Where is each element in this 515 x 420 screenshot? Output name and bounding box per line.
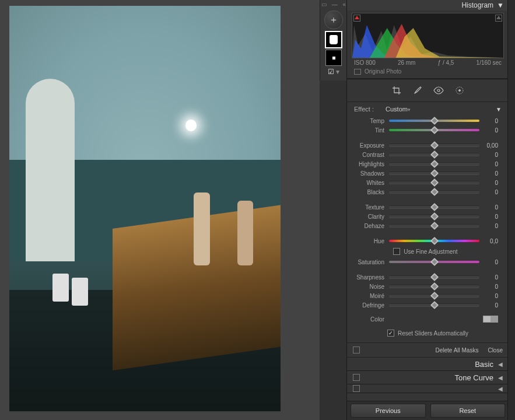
- contrast-value[interactable]: 0: [479, 152, 498, 158]
- noise-track[interactable]: [389, 285, 479, 288]
- texture-slider[interactable]: Texture 0: [347, 202, 504, 212]
- whites-track[interactable]: [389, 181, 479, 184]
- histogram[interactable]: [352, 13, 504, 58]
- hue-track[interactable]: [389, 240, 479, 242]
- contrast-track[interactable]: [389, 153, 479, 156]
- strip-collapse-icon[interactable]: ▭: [321, 1, 327, 8]
- tint-track[interactable]: [389, 129, 479, 131]
- blacks-thumb[interactable]: [430, 188, 438, 196]
- blacks-track[interactable]: [389, 190, 479, 194]
- next-section-header[interactable]: ◀: [347, 384, 509, 393]
- reset-sliders-row[interactable]: ✓ Reset Sliders Automatically: [347, 325, 509, 342]
- dehaze-track[interactable]: [389, 224, 479, 228]
- exposure-track[interactable]: [389, 144, 479, 147]
- shadows-slider[interactable]: Shadows 0: [347, 169, 504, 178]
- original-photo-row[interactable]: Original Photo: [347, 66, 509, 79]
- exposure-slider[interactable]: Exposure 0,00: [347, 141, 504, 150]
- sharpness-thumb[interactable]: [430, 273, 438, 281]
- basic-section-header[interactable]: Basic ◀: [347, 358, 509, 371]
- tint-value[interactable]: 0: [479, 127, 498, 134]
- texture-track[interactable]: [389, 205, 479, 209]
- section-switch-icon[interactable]: [353, 385, 360, 392]
- sharpness-track[interactable]: [389, 275, 479, 279]
- sharpness-slider[interactable]: Sharpness 0: [347, 272, 504, 282]
- eye-icon[interactable]: [433, 85, 444, 96]
- contrast-thumb[interactable]: [430, 150, 438, 159]
- defringe-track[interactable]: [389, 303, 479, 307]
- temp-track[interactable]: [389, 120, 479, 122]
- whites-thumb[interactable]: [430, 178, 438, 187]
- texture-value[interactable]: 0: [479, 204, 498, 211]
- shadows-value[interactable]: 0: [479, 170, 498, 177]
- saturation-thumb[interactable]: [430, 258, 438, 266]
- hue-slider[interactable]: Hue 0,0: [347, 236, 504, 246]
- brush-icon[interactable]: [412, 85, 423, 96]
- tint-slider[interactable]: Tint 0: [347, 125, 504, 135]
- noise-value[interactable]: 0: [479, 284, 498, 290]
- mask-thumb-2[interactable]: [325, 50, 342, 66]
- highlights-thumb[interactable]: [430, 160, 438, 168]
- panel-scrollbar[interactable]: [507, 0, 515, 420]
- reset-sliders-checkbox[interactable]: ✓: [387, 330, 394, 337]
- hue-value[interactable]: 0,0: [479, 238, 498, 244]
- contrast-slider[interactable]: Contrast 0: [347, 150, 504, 159]
- radial-icon[interactable]: [454, 85, 465, 96]
- moire-value[interactable]: 0: [479, 293, 498, 299]
- use-fine-adjustment-row[interactable]: Use Fine Adjustment: [347, 246, 504, 257]
- blacks-slider[interactable]: Blacks 0: [347, 187, 504, 197]
- effect-select[interactable]: Custom: [386, 106, 409, 113]
- crop-icon[interactable]: [391, 85, 402, 96]
- tint-thumb[interactable]: [430, 126, 438, 134]
- defringe-value[interactable]: 0: [479, 302, 498, 309]
- sharpness-value[interactable]: 0: [479, 274, 498, 281]
- panel-collapse-icon[interactable]: ▼: [496, 106, 502, 113]
- photo-preview[interactable]: [9, 6, 281, 411]
- mask-thumb-1[interactable]: [325, 32, 342, 48]
- reset-button[interactable]: Reset: [430, 404, 506, 418]
- close-mask-link[interactable]: Close: [488, 347, 503, 354]
- moire-track[interactable]: [389, 294, 479, 298]
- mask-switch-icon[interactable]: [353, 346, 360, 354]
- highlights-value[interactable]: 0: [479, 161, 498, 167]
- mask-dropdown-icon[interactable]: ▾: [336, 68, 339, 76]
- shadows-track[interactable]: [389, 172, 479, 175]
- saturation-value[interactable]: 0: [479, 259, 498, 265]
- exposure-thumb[interactable]: [430, 141, 438, 149]
- clarity-value[interactable]: 0: [479, 214, 498, 220]
- shadows-thumb[interactable]: [430, 169, 438, 177]
- blacks-value[interactable]: 0: [479, 189, 498, 195]
- highlights-track[interactable]: [389, 162, 479, 166]
- use-fine-adjustment-checkbox[interactable]: [393, 248, 400, 255]
- mask-visibility-checkbox[interactable]: ☑: [328, 68, 334, 76]
- saturation-slider[interactable]: Saturation 0: [347, 257, 504, 267]
- previous-button[interactable]: Previous: [351, 404, 426, 418]
- defringe-thumb[interactable]: [430, 301, 438, 309]
- dehaze-thumb[interactable]: [430, 222, 438, 230]
- delete-all-masks-link[interactable]: Delete All Masks: [436, 347, 479, 354]
- dehaze-value[interactable]: 0: [479, 223, 498, 229]
- saturation-track[interactable]: [389, 261, 479, 263]
- noise-slider[interactable]: Noise 0: [347, 282, 504, 291]
- tone-curve-section-header[interactable]: Tone Curve ◀: [347, 371, 509, 384]
- histogram-header[interactable]: Histogram ▼: [347, 0, 509, 10]
- clarity-thumb[interactable]: [430, 212, 438, 220]
- noise-thumb[interactable]: [430, 282, 438, 290]
- moire-thumb[interactable]: [430, 292, 438, 300]
- whites-slider[interactable]: Whites 0: [347, 178, 504, 187]
- tone-switch-icon[interactable]: [353, 374, 360, 381]
- clarity-slider[interactable]: Clarity 0: [347, 212, 504, 221]
- add-mask-button[interactable]: ＋: [324, 10, 343, 29]
- texture-thumb[interactable]: [430, 203, 438, 211]
- strip-minimize-icon[interactable]: —: [332, 1, 338, 8]
- hue-thumb[interactable]: [430, 237, 438, 245]
- exposure-value[interactable]: 0,00: [479, 142, 498, 149]
- dehaze-slider[interactable]: Dehaze 0: [347, 221, 504, 230]
- temp-slider[interactable]: Temp 0: [347, 116, 504, 125]
- highlights-slider[interactable]: Highlights 0: [347, 159, 504, 169]
- defringe-slider[interactable]: Defringe 0: [347, 300, 504, 310]
- clarity-track[interactable]: [389, 215, 479, 218]
- temp-thumb[interactable]: [430, 117, 438, 125]
- whites-value[interactable]: 0: [479, 180, 498, 186]
- temp-value[interactable]: 0: [479, 118, 498, 124]
- color-swatch[interactable]: [483, 316, 498, 323]
